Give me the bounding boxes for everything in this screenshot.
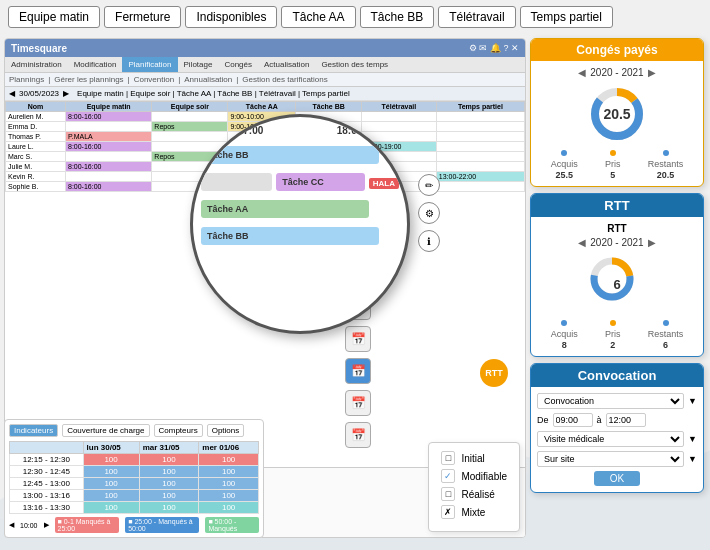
nav-prev[interactable]: ◀ [9, 521, 14, 529]
convocation-type-select[interactable]: Convocation [537, 393, 684, 409]
circle-action-buttons: ✏ ⚙ ℹ [418, 174, 440, 252]
calendar-btn-4[interactable]: 📅 [345, 390, 371, 416]
year-nav-rtt: ◀ 2020 - 2021 ▶ [537, 237, 697, 248]
row-cell[interactable]: 8:00-16:00 [66, 112, 152, 122]
row-cell[interactable] [436, 112, 524, 122]
end-time-input[interactable] [606, 413, 646, 427]
value-cell[interactable]: 100 [139, 490, 199, 502]
tag-bar: Equipe matin Fermeture Indisponibles Tâc… [0, 0, 710, 34]
value-cell[interactable]: 100 [199, 490, 259, 502]
stat-label-acquis: Acquis [551, 159, 578, 169]
mag-task-bb2[interactable]: Tâche BB [201, 227, 379, 245]
row-cell[interactable]: Repos [152, 122, 228, 132]
tab-planification[interactable]: Planification [122, 57, 177, 72]
row-cell[interactable]: P.MALA [66, 132, 152, 142]
calendar-btn-2[interactable]: 📅 [345, 326, 371, 352]
calendar-btn-5[interactable]: 📅 [345, 422, 371, 448]
next-year-btn[interactable]: ▶ [648, 67, 656, 78]
row-cell[interactable] [66, 122, 152, 132]
value-cell[interactable]: 100 [199, 478, 259, 490]
rtt-next-year[interactable]: ▶ [648, 237, 656, 248]
row-cell[interactable] [436, 152, 524, 162]
th-slot [10, 442, 84, 454]
row-cell[interactable] [362, 132, 437, 142]
row-cell[interactable] [152, 112, 228, 122]
ok-button[interactable]: OK [594, 471, 640, 486]
bottom-tab-compteurs[interactable]: Compteurs [154, 424, 203, 437]
row-cell[interactable] [436, 122, 524, 132]
tag-temps-partiel[interactable]: Temps partiel [520, 6, 613, 28]
gestion-tarification[interactable]: Gestion des tarifications [242, 75, 327, 84]
row-cell[interactable]: 8:00-16:00 [66, 182, 152, 192]
prev-year-btn[interactable]: ◀ [578, 67, 586, 78]
value-cell[interactable]: 100 [83, 478, 139, 490]
tab-administration[interactable]: Administration [5, 57, 68, 72]
value-cell[interactable]: 100 [139, 502, 199, 514]
value-cell[interactable]: 100 [139, 466, 199, 478]
tag-indisponibles[interactable]: Indisponibles [185, 6, 277, 28]
annualisation[interactable]: Annualisation [184, 75, 232, 84]
settings-button[interactable]: ⚙ [418, 202, 440, 224]
table-row: 12:15 - 12:30 100 100 100 [10, 454, 259, 466]
row-cell[interactable] [66, 172, 152, 182]
row-cell[interactable] [436, 162, 524, 172]
value-cell[interactable]: 100 [199, 454, 259, 466]
row-cell[interactable]: 8:00-16:00 [66, 162, 152, 172]
row-cell[interactable] [436, 132, 524, 142]
bottom-tab-indicateurs[interactable]: Indicateurs [9, 424, 58, 437]
tab-actualisation[interactable]: Actualisation [258, 57, 315, 72]
mag-task-cc[interactable]: Tâche CC [276, 173, 365, 191]
mag-task-bb1[interactable]: Tâche BB [201, 146, 379, 164]
mag-task-aa[interactable]: Tâche AA [201, 200, 369, 218]
tag-fermeture[interactable]: Fermeture [104, 6, 181, 28]
tag-teletravail[interactable]: Télétravail [438, 6, 515, 28]
lieu-select[interactable]: Sur site [537, 451, 684, 467]
rtt-year: 2020 - 2021 [590, 237, 643, 248]
value-cell[interactable]: 100 [139, 478, 199, 490]
value-cell[interactable]: 100 [83, 502, 139, 514]
value-cell[interactable]: 100 [199, 466, 259, 478]
info-button[interactable]: ℹ [418, 230, 440, 252]
tab-conges[interactable]: Congés [218, 57, 258, 72]
value-cell[interactable]: 100 [83, 454, 139, 466]
calendar-btn-3[interactable]: 📅 [345, 358, 371, 384]
tab-modification[interactable]: Modification [68, 57, 123, 72]
planning-label: Plannings [9, 75, 44, 84]
th-tache-bb: Tâche BB [296, 102, 362, 112]
legend-label-initial: Initial [461, 453, 484, 464]
rtt-label-pris: Pris [605, 329, 621, 339]
start-time-input[interactable] [553, 413, 593, 427]
manage-plannings[interactable]: Gérer les plannings [54, 75, 123, 84]
value-cell[interactable]: 100 [199, 502, 259, 514]
row-cell[interactable] [362, 112, 437, 122]
rtt-prev-year[interactable]: ◀ [578, 237, 586, 248]
value-cell[interactable]: 100 [139, 454, 199, 466]
row-cell[interactable]: 13:00-22:00 [436, 172, 524, 182]
convention[interactable]: Convention [134, 75, 174, 84]
row-cell[interactable]: 8:00-16:00 [66, 142, 152, 152]
value-cell[interactable]: 100 [83, 466, 139, 478]
row-cell[interactable] [436, 142, 524, 152]
tag-tache-bb[interactable]: Tâche BB [360, 6, 435, 28]
tag-tache-aa[interactable]: Tâche AA [281, 6, 355, 28]
bottom-tab-options[interactable]: Options [207, 424, 245, 437]
row-cell[interactable] [362, 122, 437, 132]
row-cell[interactable] [436, 182, 524, 192]
prev-date-btn[interactable]: ◀ [9, 89, 15, 98]
time-slot: 13:16 - 13:30 [10, 502, 84, 514]
next-date-btn[interactable]: ▶ [63, 89, 69, 98]
rtt-subtitle: RTT [537, 223, 697, 234]
tab-pilotage[interactable]: Pilotage [178, 57, 219, 72]
th-temps-partiel: Temps partiel [436, 102, 524, 112]
tag-equipe-matin[interactable]: Equipe matin [8, 6, 100, 28]
value-cell[interactable]: 100 [83, 490, 139, 502]
tab-gestion-temps[interactable]: Gestion des temps [315, 57, 394, 72]
nav-next[interactable]: ▶ [44, 521, 49, 529]
hala-badge: HALA [369, 178, 399, 189]
row-cell[interactable] [152, 132, 228, 142]
type2-select[interactable]: Visite médicale [537, 431, 684, 447]
bottom-tab-couverture[interactable]: Couverture de charge [62, 424, 149, 437]
convocation-body: Convocation ▼ De à Visite médicale ▼ [531, 387, 703, 492]
edit-button[interactable]: ✏ [418, 174, 440, 196]
row-cell[interactable] [66, 152, 152, 162]
